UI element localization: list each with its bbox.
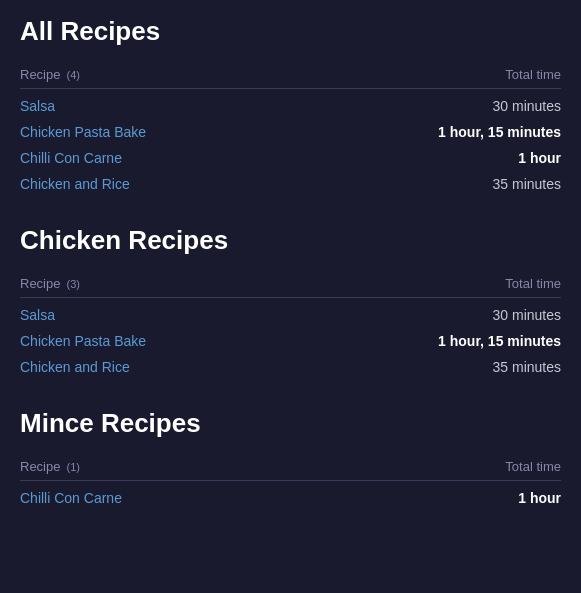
recipe-cell: Chicken and Rice — [20, 176, 130, 192]
recipe-link[interactable]: Chicken Pasta Bake — [20, 333, 146, 349]
recipe-link[interactable]: Salsa — [20, 98, 55, 114]
recipe-cell: Chicken and Rice — [20, 359, 130, 375]
recipe-link[interactable]: Chicken Pasta Bake — [20, 124, 146, 140]
section-title: Chicken Recipes — [20, 225, 561, 256]
recipe-cell: Chilli Con Carne — [20, 490, 122, 506]
recipe-count: (4) — [63, 69, 80, 81]
table-row: Chicken and Rice35 minutes — [20, 171, 561, 197]
recipe-table: Recipe (3)Total timeSalsa30 minutesChick… — [20, 276, 561, 380]
table-row: Salsa30 minutes — [20, 302, 561, 328]
time-cell: 1 hour, 15 minutes — [438, 124, 561, 140]
recipe-link[interactable]: Chicken and Rice — [20, 176, 130, 192]
time-cell: 1 hour — [518, 490, 561, 506]
table-row: Chicken and Rice35 minutes — [20, 354, 561, 380]
table-row: Chicken Pasta Bake1 hour, 15 minutes — [20, 328, 561, 354]
time-cell: 35 minutes — [493, 359, 561, 375]
table-row: Chilli Con Carne1 hour — [20, 145, 561, 171]
time-cell: 30 minutes — [493, 98, 561, 114]
recipe-link[interactable]: Chicken and Rice — [20, 359, 130, 375]
recipe-link[interactable]: Chilli Con Carne — [20, 490, 122, 506]
time-column-header: Total time — [505, 276, 561, 291]
recipe-cell: Salsa — [20, 98, 55, 114]
table-header-row: Recipe (4)Total time — [20, 67, 561, 89]
recipe-column-header: Recipe (4) — [20, 67, 80, 82]
time-column-header: Total time — [505, 67, 561, 82]
section-mince-recipes: Mince RecipesRecipe (1)Total timeChilli … — [20, 408, 561, 511]
section-title: All Recipes — [20, 16, 561, 47]
recipe-cell: Chicken Pasta Bake — [20, 124, 146, 140]
recipe-count: (3) — [63, 278, 80, 290]
time-cell: 1 hour — [518, 150, 561, 166]
time-cell: 1 hour, 15 minutes — [438, 333, 561, 349]
recipe-table: Recipe (4)Total timeSalsa30 minutesChick… — [20, 67, 561, 197]
recipe-column-header: Recipe (1) — [20, 459, 80, 474]
recipe-cell: Chilli Con Carne — [20, 150, 122, 166]
table-row: Chicken Pasta Bake1 hour, 15 minutes — [20, 119, 561, 145]
table-header-row: Recipe (3)Total time — [20, 276, 561, 298]
recipe-cell: Chicken Pasta Bake — [20, 333, 146, 349]
table-row: Salsa30 minutes — [20, 93, 561, 119]
recipe-link[interactable]: Chilli Con Carne — [20, 150, 122, 166]
recipe-cell: Salsa — [20, 307, 55, 323]
recipe-count: (1) — [63, 461, 80, 473]
section-all-recipes: All RecipesRecipe (4)Total timeSalsa30 m… — [20, 16, 561, 197]
time-cell: 30 minutes — [493, 307, 561, 323]
recipe-column-header: Recipe (3) — [20, 276, 80, 291]
time-cell: 35 minutes — [493, 176, 561, 192]
section-title: Mince Recipes — [20, 408, 561, 439]
table-row: Chilli Con Carne1 hour — [20, 485, 561, 511]
time-column-header: Total time — [505, 459, 561, 474]
recipe-link[interactable]: Salsa — [20, 307, 55, 323]
recipe-table: Recipe (1)Total timeChilli Con Carne1 ho… — [20, 459, 561, 511]
section-chicken-recipes: Chicken RecipesRecipe (3)Total timeSalsa… — [20, 225, 561, 380]
table-header-row: Recipe (1)Total time — [20, 459, 561, 481]
